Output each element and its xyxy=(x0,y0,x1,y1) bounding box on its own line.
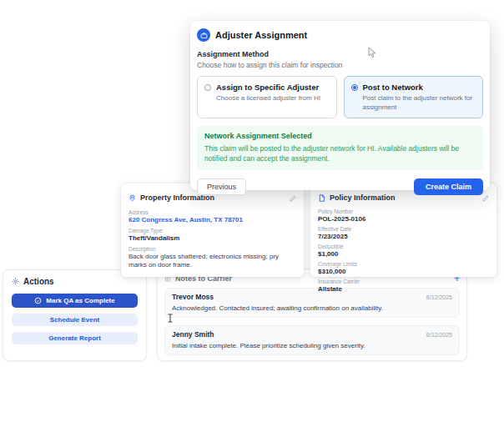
assignment-method-hint: Choose how to assign this claim for insp… xyxy=(197,61,483,69)
property-information-card: Property Information Address 620 Congres… xyxy=(121,183,304,277)
field-label: Deductible xyxy=(318,244,489,249)
note-date: 8/12/2025 xyxy=(426,332,452,338)
radio-selected-icon[interactable] xyxy=(351,84,358,91)
mark-qa-complete-button[interactable]: Mark QA as Complete xyxy=(12,294,138,308)
actions-panel-title: Actions xyxy=(23,277,54,286)
previous-button[interactable]: Previous xyxy=(197,178,246,195)
alert-message: This claim will be posted to the adjuste… xyxy=(204,143,476,164)
adjuster-assignment-modal: Adjuster Assignment Assignment Method Ch… xyxy=(190,21,490,190)
note-text: Acknowledged. Contacted insured; awaitin… xyxy=(172,304,452,312)
note-item: Jenny Smith 8/12/2025 Initial intake com… xyxy=(164,325,460,355)
modal-title: Adjuster Assignment xyxy=(215,30,307,40)
radio-unselected-icon[interactable] xyxy=(204,84,211,91)
map-pin-icon xyxy=(129,194,136,202)
policy-information-card: Policy Information Policy Number POL-202… xyxy=(310,183,496,277)
network-assignment-alert: Network Assignment Selected This claim w… xyxy=(197,126,483,171)
effective-date-value: 7/23/2025 xyxy=(318,233,489,240)
generate-report-button[interactable]: Generate Report xyxy=(12,332,138,344)
option-description: Post claim to the adjuster network for a… xyxy=(363,94,476,113)
field-label: Insurance Carrier xyxy=(318,279,489,284)
check-circle-icon xyxy=(34,297,42,304)
note-author: Trevor Moss xyxy=(172,293,214,301)
description-value: Back door glass shattered; electronics m… xyxy=(129,253,296,270)
assignment-method-label: Assignment Method xyxy=(197,50,483,58)
insurance-carrier-value: Allstate xyxy=(318,285,489,293)
policy-number-value: POL-2025-0106 xyxy=(318,215,489,223)
alert-title: Network Assignment Selected xyxy=(204,132,476,140)
schedule-event-button[interactable]: Schedule Event xyxy=(12,314,138,326)
create-claim-button[interactable]: Create Claim xyxy=(414,178,483,195)
coverage-limits-value: $310,000 xyxy=(318,268,489,275)
actions-panel: Actions Mark QA as Complete Schedule Eve… xyxy=(3,269,147,361)
deductible-value: $1,000 xyxy=(318,250,489,258)
field-label: Damage Type xyxy=(129,228,296,234)
note-text: Initial intake complete. Please prioriti… xyxy=(172,342,452,349)
field-label: Policy Number xyxy=(318,208,489,214)
option-assign-specific-adjuster[interactable]: Assign to Specific Adjuster Choose a lic… xyxy=(197,76,337,118)
option-description: Choose a licensed adjuster from HI xyxy=(216,94,330,103)
briefcase-icon xyxy=(197,28,210,42)
edit-policy-icon[interactable] xyxy=(482,190,489,205)
option-post-to-network[interactable]: Post to Network Post claim to the adjust… xyxy=(344,76,484,118)
note-date: 8/12/2025 xyxy=(426,294,452,300)
gear-icon xyxy=(12,278,19,285)
actions-panel-header: Actions xyxy=(12,277,138,286)
note-author: Jenny Smith xyxy=(172,330,214,339)
field-label: Description xyxy=(129,246,296,252)
field-label: Coverage Limits xyxy=(318,261,489,267)
field-label: Address xyxy=(129,209,296,215)
address-link[interactable]: 620 Congress Ave, Austin, TX 78701 xyxy=(129,216,296,224)
field-label: Effective Date xyxy=(318,226,489,232)
damage-type-value: Theft/Vandalism xyxy=(129,234,296,242)
